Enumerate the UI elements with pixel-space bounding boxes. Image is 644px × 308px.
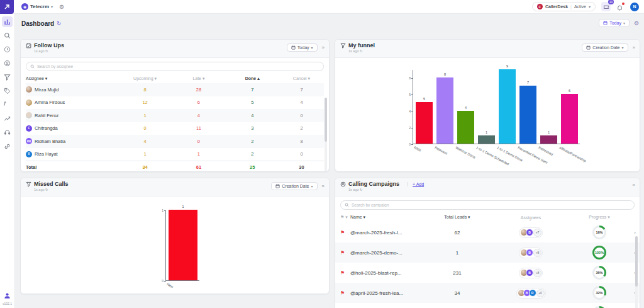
campaign-row[interactable]: ⚑@april-2025-fresh-lea...34BR+032%› <box>335 283 640 303</box>
sidebar-item-tag[interactable] <box>2 86 13 96</box>
table-row[interactable]: Mirza Mujid82877 <box>26 83 324 96</box>
row-chevron-icon[interactable]: › <box>626 230 636 236</box>
sidebar-item-headset[interactable] <box>2 127 13 138</box>
sidebar-item-funnel[interactable] <box>2 72 13 83</box>
followups-search[interactable] <box>26 62 324 71</box>
column-header-done[interactable]: Done ▴ <box>226 76 279 81</box>
campaign-row[interactable]: ⚑@march-2025-fresh-l...62B+716%› <box>335 222 640 242</box>
assignees-cell[interactable]: B+7 <box>489 227 573 238</box>
bar-rnr[interactable]: 5 <box>416 102 433 144</box>
panel-updated[interactable]: 1s ago ↻ <box>348 188 635 191</box>
funnel-date-filter-button[interactable]: Creation Date ▾ <box>582 43 628 52</box>
callerdesk-name: CallerDesk <box>545 4 568 9</box>
global-today-filter-button[interactable]: Today ▾ <box>599 19 630 27</box>
column-header-progress[interactable]: Progress ▾ <box>573 215 626 220</box>
campaign-name[interactable]: @march-2025-demo-... <box>350 250 426 256</box>
sidebar-nav <box>2 16 13 155</box>
column-header-total-leads[interactable]: Total Leads ▾ <box>426 215 489 220</box>
row-chevron-icon[interactable]: › <box>626 270 636 276</box>
campaigns-search[interactable] <box>340 200 635 210</box>
cell: 0 <box>118 125 172 131</box>
workspace-switcher[interactable]: ◉ Telecrm ▾ <box>21 3 53 10</box>
x-tick-label: Affiliate/Partnership <box>558 145 587 163</box>
campaign-row[interactable]: ⚑@march-2025-demo-...1B+8100%› <box>335 242 640 263</box>
flag-column-header[interactable]: ⚑ ▾ <box>340 215 350 220</box>
chart-plot-area: 58419716 <box>413 70 580 144</box>
table-row[interactable]: Amina Firdous12654 <box>26 96 324 110</box>
sidebar-item-chat[interactable] <box>2 100 13 110</box>
column-header-cancel[interactable]: Cancel ▾ <box>279 76 324 81</box>
table-row[interactable]: RRiza Hayat1120 <box>26 148 324 161</box>
extra-assignees-count: +8 <box>533 249 541 257</box>
x-tick-label: Relevant <box>434 145 448 155</box>
expand-panel-icon[interactable]: » <box>633 45 635 50</box>
column-header-name[interactable]: Name ▾ <box>350 215 426 220</box>
add-campaign-link[interactable]: + Add <box>407 182 424 186</box>
logo-arrow-icon <box>3 3 11 11</box>
followups-today-filter-button[interactable]: Today ▾ <box>287 43 318 52</box>
bar-recorded-demo-sent[interactable]: 7 <box>519 86 536 144</box>
support-agent-icon[interactable] <box>2 290 13 301</box>
column-header-upcoming[interactable]: Upcoming ▾ <box>118 76 172 81</box>
bar-1-to-1-demo-done[interactable]: 9 <box>499 69 516 144</box>
bar-relevant[interactable]: 8 <box>436 77 453 144</box>
bar-refreshed[interactable]: 1 <box>540 135 557 144</box>
user-avatar[interactable]: N <box>630 3 639 11</box>
campaigns-scrollbar[interactable] <box>635 236 638 308</box>
callerdesk-status-pill[interactable]: C CallerDesk | Active ▾ <box>532 2 596 11</box>
expand-panel-icon[interactable]: » <box>322 183 325 189</box>
assignees-cell[interactable]: B+8 <box>489 248 573 258</box>
calling-campaigns-panel: Calling Campaigns + Add 1s ago ↻ » ⚑ ▾Na… <box>335 178 640 308</box>
bar-value-label: 5 <box>416 97 433 101</box>
campaign-name[interactable]: @holi-2025-blast-rep... <box>350 270 426 276</box>
sidebar-item-dashboard[interactable] <box>2 16 13 27</box>
app-logo[interactable] <box>0 0 14 14</box>
assignees-cell[interactable]: BR+0 <box>489 288 573 299</box>
assignee-name: Ridham Bhatia <box>35 139 65 144</box>
sidebar-item-contact[interactable] <box>2 58 13 69</box>
campaign-row[interactable]: ⚑@april-2025-demo-s...1B+250%› <box>335 303 640 308</box>
assignees-cell[interactable]: B+8 <box>489 268 573 278</box>
followups-search-input[interactable] <box>37 64 319 69</box>
sidebar-item-clock[interactable] <box>2 44 13 55</box>
missed-calls-date-filter-button[interactable]: Creation Date ▾ <box>271 182 317 190</box>
dashboard-settings-gear-icon[interactable]: ⚙ <box>634 20 639 26</box>
progress-ring: 32% <box>592 286 606 300</box>
my-funnel-header: My funnel 1s ago ↻ Creation Date ▾ » <box>335 40 640 58</box>
campaign-name[interactable]: @march-2025-fresh-l... <box>350 230 426 236</box>
missed-calls-panel: Missed Calls 1s ago ↻ Creation Date ▾ » … <box>20 178 330 294</box>
cell: 0 <box>279 151 324 157</box>
expand-panel-icon[interactable]: » <box>322 45 325 50</box>
cell: 34 <box>118 164 172 170</box>
row-chevron-icon[interactable]: › <box>626 290 636 296</box>
refresh-icon[interactable]: ↻ <box>57 21 61 26</box>
row-chevron-icon[interactable]: › <box>626 250 636 256</box>
my-funnel-panel: My funnel 1s ago ↻ Creation Date ▾ » 584… <box>335 39 640 172</box>
bar-webinar-done[interactable]: 4 <box>457 111 474 144</box>
bar-new[interactable]: 1 <box>169 210 197 280</box>
cell: 6 <box>172 100 225 105</box>
followups-scrollbar[interactable] <box>325 98 327 172</box>
table-row[interactable]: RBRidham Bhatia4028 <box>26 135 324 148</box>
campaign-row[interactable]: ⚑@holi-2025-blast-rep...231B+835%› <box>335 263 640 283</box>
column-header-late[interactable]: Late ▾ <box>172 76 225 81</box>
campaigns-search-input[interactable] <box>352 203 630 207</box>
notifications-button[interactable] <box>616 3 625 11</box>
notification-dot <box>622 3 625 5</box>
assignee-name: Riza Hayat <box>35 151 58 157</box>
sidebar-item-search[interactable] <box>2 30 13 41</box>
callerdesk-status: Active <box>574 4 586 9</box>
ticket-button[interactable]: 10 <box>601 2 611 11</box>
campaign-name[interactable]: @april-2025-fresh-lea... <box>350 290 426 296</box>
table-row[interactable]: CChitrangda01132 <box>26 122 324 135</box>
table-row[interactable]: Rahil Feroz1440 <box>26 109 324 122</box>
sidebar-item-trend[interactable] <box>2 113 13 124</box>
cell: 7 <box>279 87 324 93</box>
bar-affiliate-partnership[interactable]: 6 <box>561 94 578 144</box>
expand-panel-icon[interactable]: » <box>633 182 635 188</box>
workspace-settings-gear-icon[interactable]: ⚙ <box>59 4 64 10</box>
panel-updated[interactable]: 1s ago ↻ <box>34 49 324 53</box>
sidebar-item-link[interactable] <box>2 141 13 152</box>
bar-1-to-1-demo-scheduled[interactable]: 1 <box>478 135 495 144</box>
chevron-down-icon: ▾ <box>311 184 313 188</box>
